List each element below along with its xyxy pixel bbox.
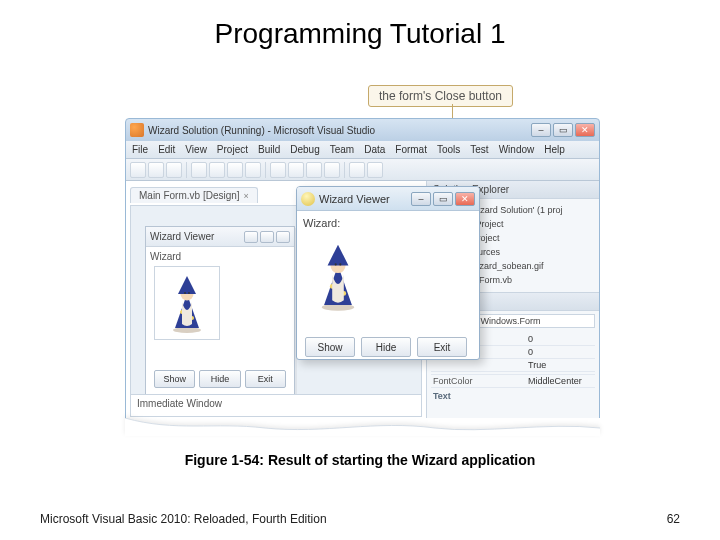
designer-form: Wizard Viewer Wizard xyxy=(145,226,295,398)
running-app-title: Wizard Viewer xyxy=(319,193,390,205)
minimize-button[interactable]: – xyxy=(531,123,551,137)
toolbar-icon[interactable] xyxy=(166,162,182,178)
vs-window-title: Wizard Solution (Running) - Microsoft Vi… xyxy=(148,125,375,136)
designer-maximize-button[interactable] xyxy=(260,231,274,243)
toolbar-separator xyxy=(265,162,266,178)
document-tab[interactable]: Main Form.vb [Design] × xyxy=(130,187,258,203)
tab-label: Main Form.vb [Design] xyxy=(139,190,240,201)
designer-button-row: Show Hide Exit xyxy=(150,370,290,388)
svg-point-13 xyxy=(339,263,341,265)
menu-help[interactable]: Help xyxy=(544,144,565,155)
running-app-window: Wizard Viewer – ▭ ✕ Wizard: Show xyxy=(296,186,480,360)
run-close-button[interactable]: ✕ xyxy=(455,192,475,206)
toolbar-icon[interactable] xyxy=(324,162,340,178)
vs-menu-bar: File Edit View Project Build Debug Team … xyxy=(126,141,599,159)
run-exit-button[interactable]: Exit xyxy=(417,337,467,357)
vs-window-controls: – ▭ ✕ xyxy=(531,123,595,137)
vs-app-icon xyxy=(130,123,144,137)
running-app-picture xyxy=(303,235,373,317)
vs-toolbar xyxy=(126,159,599,181)
toolbar-icon[interactable] xyxy=(148,162,164,178)
designer-form-body: Wizard xyxy=(146,247,294,392)
running-app-icon xyxy=(301,192,315,206)
menu-view[interactable]: View xyxy=(185,144,207,155)
menu-file[interactable]: File xyxy=(132,144,148,155)
menu-debug[interactable]: Debug xyxy=(290,144,319,155)
property-row[interactable]: FontColorMiddleCenter xyxy=(431,375,595,388)
property-row[interactable]: True xyxy=(431,359,595,372)
toolbar-icon[interactable] xyxy=(288,162,304,178)
figure-caption: Figure 1-54: Result of starting the Wiza… xyxy=(0,452,720,468)
menu-data[interactable]: Data xyxy=(364,144,385,155)
toolbar-icon[interactable] xyxy=(227,162,243,178)
svg-point-12 xyxy=(335,263,337,265)
designer-show-button[interactable]: Show xyxy=(154,370,195,388)
running-app-body: Wizard: Show Hide Exit xyxy=(297,211,479,360)
running-app-label: Wizard: xyxy=(303,217,473,229)
page-number: 62 xyxy=(667,512,680,526)
property-category: Text xyxy=(431,388,595,402)
menu-test[interactable]: Test xyxy=(470,144,488,155)
menu-tools[interactable]: Tools xyxy=(437,144,460,155)
designer-form-title: Wizard Viewer xyxy=(150,231,214,242)
run-maximize-button[interactable]: ▭ xyxy=(433,192,453,206)
svg-point-5 xyxy=(184,292,186,294)
svg-point-6 xyxy=(188,292,190,294)
callout-close-button: the form's Close button xyxy=(368,85,513,107)
torn-page-edge xyxy=(125,418,600,436)
footer-text: Microsoft Visual Basic 2010: Reloaded, F… xyxy=(40,512,327,526)
toolbar-icon[interactable] xyxy=(245,162,261,178)
running-app-button-row: Show Hide Exit xyxy=(303,337,473,357)
close-button[interactable]: ✕ xyxy=(575,123,595,137)
wizard-image-icon xyxy=(309,240,367,312)
menu-format[interactable]: Format xyxy=(395,144,427,155)
designer-hide-button[interactable]: Hide xyxy=(199,370,240,388)
toolbar-icon[interactable] xyxy=(306,162,322,178)
designer-picturebox xyxy=(154,266,220,340)
toolbar-separator xyxy=(186,162,187,178)
menu-window[interactable]: Window xyxy=(499,144,535,155)
toolbar-icon[interactable] xyxy=(191,162,207,178)
toolbar-separator xyxy=(344,162,345,178)
toolbar-icon[interactable] xyxy=(130,162,146,178)
running-app-titlebar: Wizard Viewer – ▭ ✕ xyxy=(297,187,479,211)
run-hide-button[interactable]: Hide xyxy=(361,337,411,357)
menu-team[interactable]: Team xyxy=(330,144,354,155)
toolbar-icon[interactable] xyxy=(367,162,383,178)
wizard-image-icon xyxy=(162,272,212,334)
immediate-window: Immediate Window xyxy=(131,394,421,416)
run-show-button[interactable]: Show xyxy=(305,337,355,357)
designer-close-button[interactable] xyxy=(276,231,290,243)
designer-minimize-button[interactable] xyxy=(244,231,258,243)
menu-build[interactable]: Build xyxy=(258,144,280,155)
run-minimize-button[interactable]: – xyxy=(411,192,431,206)
toolbar-icon[interactable] xyxy=(209,162,225,178)
toolbar-icon[interactable] xyxy=(349,162,365,178)
toolbar-icon[interactable] xyxy=(270,162,286,178)
slide-title: Programming Tutorial 1 xyxy=(0,18,720,50)
tab-close-icon[interactable]: × xyxy=(244,191,249,201)
menu-project[interactable]: Project xyxy=(217,144,248,155)
designer-exit-button[interactable]: Exit xyxy=(245,370,286,388)
designer-label: Wizard xyxy=(150,251,290,262)
menu-edit[interactable]: Edit xyxy=(158,144,175,155)
vs-title-bar: Wizard Solution (Running) - Microsoft Vi… xyxy=(126,119,599,141)
maximize-button[interactable]: ▭ xyxy=(553,123,573,137)
designer-form-titlebar: Wizard Viewer xyxy=(146,227,294,247)
